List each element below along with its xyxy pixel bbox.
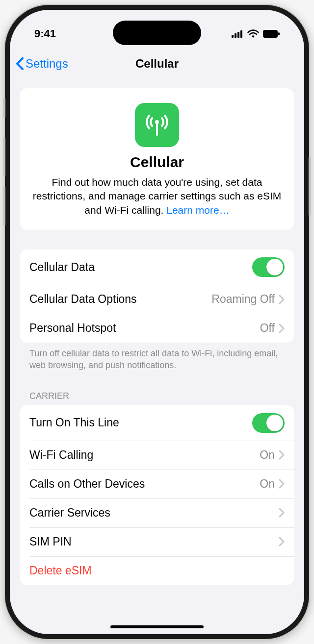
data-group: Cellular Data Cellular Data Options Roam…	[20, 249, 294, 343]
turn-on-line-row[interactable]: Turn On This Line	[20, 405, 294, 441]
svg-rect-4	[263, 30, 278, 38]
cellular-data-options-row[interactable]: Cellular Data Options Roaming Off	[20, 285, 294, 314]
volume-down-button	[3, 186, 5, 225]
row-label: Turn On This Line	[29, 416, 252, 429]
back-label: Settings	[26, 57, 68, 71]
svg-rect-2	[237, 32, 239, 38]
row-label: Calls on Other Devices	[29, 477, 260, 491]
volume-up-button	[3, 137, 5, 176]
sim-pin-row[interactable]: SIM PIN	[20, 527, 294, 556]
chevron-left-icon	[16, 57, 24, 70]
power-button	[309, 157, 311, 216]
delete-esim-row[interactable]: Delete eSIM	[20, 556, 294, 585]
status-icons	[232, 29, 280, 38]
cellular-data-row[interactable]: Cellular Data	[20, 249, 294, 285]
chevron-right-icon	[279, 323, 285, 333]
svg-rect-3	[240, 30, 242, 38]
chevron-right-icon	[279, 479, 285, 489]
turn-on-line-toggle[interactable]	[252, 413, 285, 433]
svg-rect-1	[235, 33, 236, 38]
carrier-group: Turn On This Line Wi-Fi Calling On Calls…	[20, 405, 294, 585]
nav-bar: Settings Cellular	[10, 49, 304, 78]
svg-rect-5	[278, 32, 280, 35]
calls-other-devices-row[interactable]: Calls on Other Devices On	[20, 470, 294, 498]
chevron-right-icon	[279, 537, 285, 546]
hero-description: Find out how much data you're using, set…	[29, 175, 285, 217]
hero-title: Cellular	[29, 154, 285, 171]
silence-switch	[3, 98, 5, 118]
personal-hotspot-row[interactable]: Personal Hotspot Off	[20, 314, 294, 343]
scroll-area[interactable]: Cellular Find out how much data you're u…	[10, 88, 304, 585]
dynamic-island	[113, 21, 201, 45]
battery-icon	[263, 30, 280, 38]
learn-more-link[interactable]: Learn more…	[166, 204, 229, 216]
row-label: Wi-Fi Calling	[29, 448, 260, 462]
row-label: Personal Hotspot	[29, 322, 260, 335]
antenna-icon	[143, 111, 171, 139]
row-label: Carrier Services	[29, 506, 279, 520]
hero-desc-text: Find out how much data you're using, set…	[33, 176, 282, 216]
screen: 9:41 Settings Cellular	[10, 10, 304, 634]
data-section: Cellular Data Cellular Data Options Roam…	[20, 249, 294, 372]
wifi-icon	[247, 29, 259, 38]
svg-rect-0	[232, 35, 234, 38]
cellular-app-icon	[135, 103, 179, 147]
chevron-right-icon	[279, 508, 285, 518]
section-header: CARRIER	[20, 391, 294, 405]
chevron-right-icon	[279, 295, 285, 304]
cellular-data-toggle[interactable]	[252, 257, 285, 277]
content-area: Settings Cellular	[10, 49, 304, 634]
page-title: Cellular	[135, 57, 179, 71]
chevron-right-icon	[279, 450, 285, 460]
row-label: SIM PIN	[29, 535, 279, 548]
hero-card: Cellular Find out how much data you're u…	[20, 88, 294, 230]
phone-frame: 9:41 Settings Cellular	[5, 5, 309, 639]
carrier-services-row[interactable]: Carrier Services	[20, 498, 294, 527]
wifi-calling-row[interactable]: Wi-Fi Calling On	[20, 441, 294, 470]
status-time: 9:41	[34, 27, 56, 40]
home-indicator[interactable]	[110, 625, 204, 628]
back-button[interactable]: Settings	[16, 57, 68, 71]
section-footer: Turn off cellular data to restrict all d…	[20, 343, 294, 372]
row-label: Cellular Data	[29, 261, 252, 274]
carrier-section: CARRIER Turn On This Line Wi-Fi Calling …	[20, 391, 294, 585]
row-value: On	[260, 448, 275, 462]
row-value: On	[260, 477, 275, 491]
row-label: Cellular Data Options	[29, 293, 211, 306]
cellular-signal-icon	[232, 30, 243, 38]
row-label: Delete eSIM	[29, 564, 285, 577]
row-value: Roaming Off	[211, 293, 275, 306]
row-value: Off	[260, 322, 275, 335]
